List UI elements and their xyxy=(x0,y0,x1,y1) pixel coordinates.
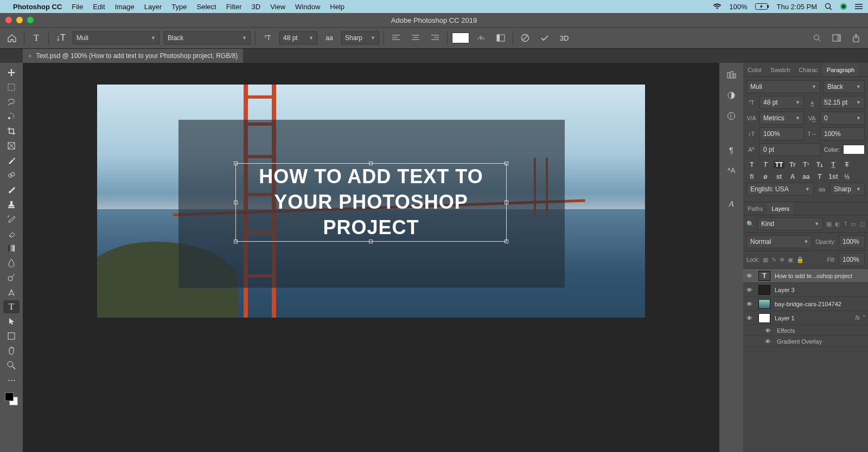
font-weight-dropdown[interactable]: Black▼ xyxy=(164,31,251,44)
healing-tool[interactable] xyxy=(3,169,20,182)
char-font-dropdown[interactable]: Muli▼ xyxy=(746,80,820,93)
visibility-icon[interactable]: 👁 xyxy=(765,327,773,334)
strikethrough-icon[interactable]: Ŧ xyxy=(841,161,852,169)
char-antialias-dropdown[interactable]: Sharp▼ xyxy=(830,183,865,196)
fill-field[interactable]: 100% xyxy=(839,253,865,266)
glyphs-icon[interactable]: A xyxy=(724,196,739,211)
shape-tool[interactable] xyxy=(3,330,20,343)
font-family-dropdown[interactable]: Muli▼ xyxy=(73,31,159,44)
frame-tool[interactable] xyxy=(3,139,20,152)
ordinals-icon[interactable]: 1st xyxy=(828,173,839,180)
swash-icon[interactable]: A xyxy=(787,173,798,180)
visibility-icon[interactable]: 👁 xyxy=(765,338,773,345)
handle-top-mid[interactable] xyxy=(369,162,373,165)
cancel-icon[interactable] xyxy=(518,30,533,46)
fx-badge[interactable]: fx ˄ xyxy=(855,314,865,321)
font-size-dropdown[interactable]: 48 pt▼ xyxy=(279,31,317,44)
hand-tool[interactable] xyxy=(3,344,20,357)
char-weight-dropdown[interactable]: Black▼ xyxy=(824,80,865,93)
layer-row[interactable]: 👁 Layer 1 fx ˄ xyxy=(743,311,868,325)
quick-select-tool[interactable] xyxy=(3,110,20,123)
adjustments-icon[interactable] xyxy=(724,88,739,103)
handle-mid-right[interactable] xyxy=(505,201,508,204)
text-orientation-icon[interactable]: ↓T xyxy=(53,30,68,46)
superscript-icon[interactable]: T¹ xyxy=(801,161,812,169)
blur-tool[interactable] xyxy=(3,256,20,269)
menu-edit[interactable]: Edit xyxy=(93,3,105,11)
paragraph-icon[interactable]: ¶ xyxy=(724,142,739,157)
menu-view[interactable]: View xyxy=(270,3,285,11)
layer-row[interactable]: 👁 T How to add te...oshop project xyxy=(743,269,868,283)
menu-help[interactable]: Help xyxy=(330,3,344,11)
move-tool[interactable] xyxy=(3,66,20,79)
panels-toggle-icon[interactable] xyxy=(493,30,508,46)
crop-tool[interactable] xyxy=(3,125,20,138)
handle-top-left[interactable] xyxy=(234,162,238,165)
history-brush-tool[interactable] xyxy=(3,212,20,225)
char-kerning-dropdown[interactable]: Metrics▼ xyxy=(760,112,804,125)
tab-layers[interactable]: Layers xyxy=(767,202,794,215)
menu-layer[interactable]: Layer xyxy=(144,3,162,11)
lock-pixels-icon[interactable]: ▦ xyxy=(763,256,768,263)
tab-color[interactable]: Color xyxy=(743,63,766,76)
antialias-dropdown[interactable]: Sharp▼ xyxy=(341,31,379,44)
tab-swatches[interactable]: Swatch xyxy=(766,63,794,76)
char-tracking-dropdown[interactable]: 0▼ xyxy=(820,112,865,125)
menu-filter[interactable]: Filter xyxy=(226,3,242,11)
handle-bot-left[interactable] xyxy=(234,240,238,243)
path-select-tool[interactable] xyxy=(3,315,20,328)
stamp-tool[interactable] xyxy=(3,198,20,211)
bold-icon[interactable]: T xyxy=(746,161,757,169)
filter-type-icon[interactable]: T xyxy=(844,221,847,228)
menu-type[interactable]: Type xyxy=(171,3,187,11)
handle-bot-right[interactable] xyxy=(505,240,508,243)
menu-select[interactable]: Select xyxy=(196,3,216,11)
underline-icon[interactable]: T xyxy=(828,161,839,169)
smallcaps-icon[interactable]: Tr xyxy=(787,161,798,169)
alternates-icon[interactable]: ø xyxy=(760,173,771,180)
char-baseline[interactable]: 0 pt xyxy=(760,143,821,156)
close-window[interactable] xyxy=(5,17,12,23)
document-canvas[interactable]: HOW TO ADD TEXT TO YOUR PHOTOSHOP PROJEC… xyxy=(97,85,645,318)
color-picker[interactable] xyxy=(5,392,18,405)
layer-effects[interactable]: 👁 Effects xyxy=(743,325,868,336)
libraries-icon[interactable] xyxy=(724,67,739,82)
lock-brush-icon[interactable]: ✎ xyxy=(771,256,776,263)
layer-name[interactable]: Layer 3 xyxy=(775,287,865,293)
menu-file[interactable]: File xyxy=(72,3,83,11)
layer-row[interactable]: 👁 bay-bridge-cars-2104742 xyxy=(743,297,868,311)
transform-bounds[interactable] xyxy=(235,163,507,242)
visibility-icon[interactable]: 👁 xyxy=(746,287,754,293)
gradient-tool[interactable] xyxy=(3,242,20,255)
subscript-icon[interactable]: T₁ xyxy=(814,161,825,169)
filter-adjust-icon[interactable]: ◐ xyxy=(835,221,840,228)
minimize-window[interactable] xyxy=(16,17,23,23)
zoom-window[interactable] xyxy=(27,17,34,23)
eraser-tool[interactable] xyxy=(3,227,20,240)
char-language-dropdown[interactable]: English: USA▼ xyxy=(746,183,814,196)
visibility-icon[interactable]: 👁 xyxy=(746,273,754,279)
search-icon[interactable] xyxy=(809,30,825,46)
document-tab[interactable]: × Text.psd @ 100% (How to add text to yo… xyxy=(23,49,243,63)
lock-all-icon[interactable]: 🔒 xyxy=(796,256,804,263)
info-icon[interactable]: i xyxy=(724,108,739,124)
marquee-tool[interactable] xyxy=(3,81,20,94)
handle-bot-mid[interactable] xyxy=(369,240,373,243)
app-menu[interactable]: Photoshop CC xyxy=(13,3,62,11)
lock-artboard-icon[interactable]: ▣ xyxy=(788,256,793,263)
close-tab-icon[interactable]: × xyxy=(28,53,31,59)
lock-position-icon[interactable]: ✥ xyxy=(780,256,784,263)
layer-filter-dropdown[interactable]: Kind▼ xyxy=(757,217,823,230)
layer-row[interactable]: 👁 Layer 3 xyxy=(743,283,868,297)
home-icon[interactable] xyxy=(4,30,20,46)
align-right-icon[interactable] xyxy=(427,30,443,46)
visibility-icon[interactable]: 👁 xyxy=(746,315,754,321)
text-tool-icon[interactable]: T xyxy=(29,30,44,46)
tab-character[interactable]: Charac xyxy=(794,63,822,76)
allcaps-icon[interactable]: TT xyxy=(774,161,784,169)
siri-icon[interactable] xyxy=(840,3,847,10)
stylistic-icon[interactable]: aa xyxy=(801,173,812,180)
workspace-icon[interactable] xyxy=(829,30,844,46)
char-hscale[interactable]: 100% xyxy=(820,127,865,140)
brush-tool[interactable] xyxy=(3,183,20,196)
